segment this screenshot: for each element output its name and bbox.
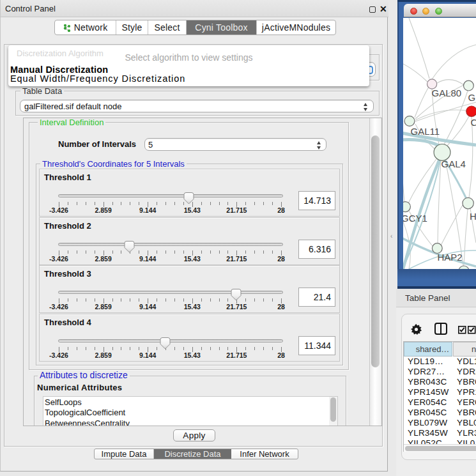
svg-text:GAL11: GAL11	[411, 126, 440, 137]
svg-text:C: C	[471, 117, 476, 128]
svg-text:H: H	[470, 211, 476, 222]
svg-text:G…: G…	[468, 92, 476, 103]
svg-text:GAL80: GAL80	[432, 88, 462, 98]
svg-text:HAP2: HAP2	[438, 252, 463, 263]
svg-text:GAL4: GAL4	[441, 158, 466, 169]
svg-text:GCY1: GCY1	[403, 213, 427, 224]
